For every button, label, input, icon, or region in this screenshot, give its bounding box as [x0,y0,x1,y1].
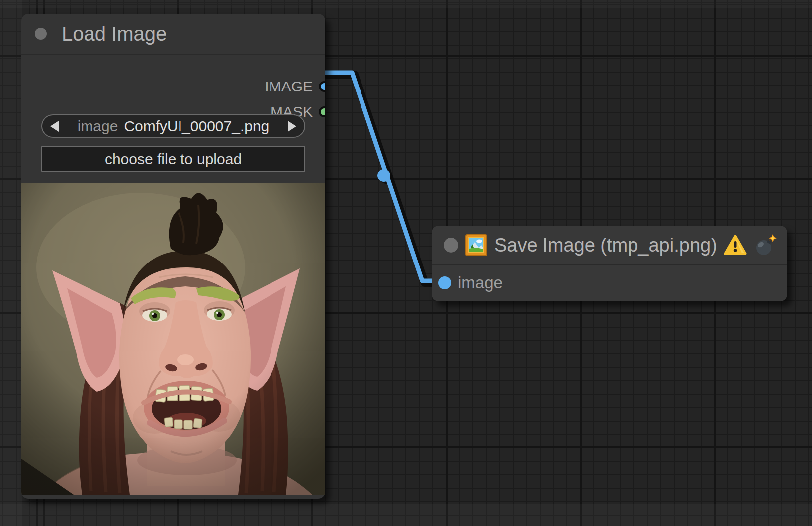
right-arrow-icon[interactable] [288,121,296,132]
combo-label: image [78,118,118,135]
node-title: Load Image [62,23,167,45]
output-slot-image: IMAGE [265,79,325,94]
save-image-titlebar[interactable]: Save Image (tmp_api.png) [432,226,787,265]
upload-button[interactable]: choose file to upload [41,146,305,172]
image-link [324,73,446,283]
node-graph-canvas[interactable]: Load Image IMAGE MASK image ComfyUI_0000… [0,0,812,526]
output-slot-label: IMAGE [265,79,313,94]
left-arrow-icon[interactable] [50,121,59,132]
input-dot-image[interactable] [438,276,451,289]
bomb-icon [754,234,777,257]
link-midpoint-dot [377,169,390,182]
image-combo-widget[interactable]: image ComfyUI_00007_.png [41,114,305,138]
combo-value: ComfyUI_00007_.png [124,118,269,135]
framed-picture-icon [465,234,487,256]
load-image-node[interactable]: Load Image IMAGE MASK image ComfyUI_0000… [21,14,325,499]
input-slot-label: image [458,273,503,292]
load-image-titlebar[interactable]: Load Image [21,14,325,55]
collapse-dot-icon[interactable] [35,28,47,40]
save-image-node[interactable]: Save Image (tmp_api.png) image [432,226,787,301]
output-dot-image[interactable] [319,81,325,92]
input-slot-image: image [432,265,787,300]
output-dot-mask[interactable] [319,106,325,117]
collapse-dot-icon[interactable] [444,238,458,253]
preview-image [21,183,325,495]
node-title: Save Image (tmp_api.png) [494,235,717,256]
warning-icon [724,234,747,257]
